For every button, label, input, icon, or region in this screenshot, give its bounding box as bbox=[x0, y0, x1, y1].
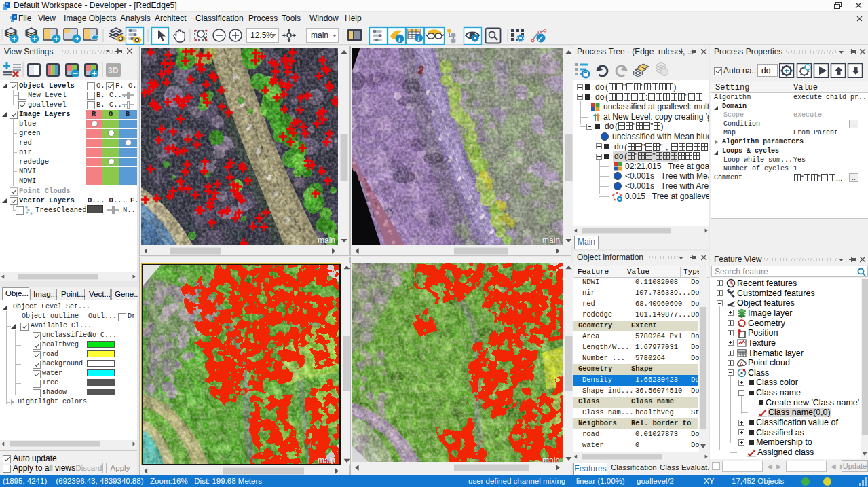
svg-text:main: main bbox=[311, 31, 328, 40]
svg-text:3D: 3D bbox=[108, 66, 119, 75]
svg-text:12.5%: 12.5% bbox=[250, 31, 273, 40]
svg-text:i: i bbox=[398, 36, 400, 43]
